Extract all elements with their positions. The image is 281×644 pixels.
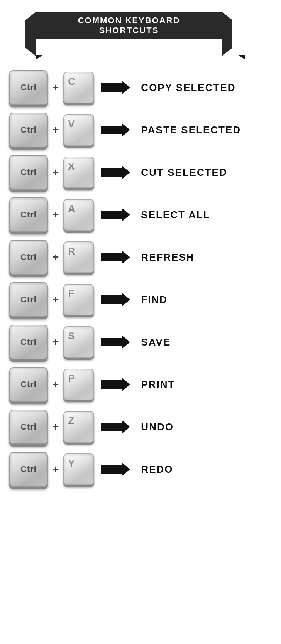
arrow-undo [101, 423, 122, 431]
arrow-copy [101, 83, 122, 92]
plus-sign-paste: + [52, 124, 59, 136]
arrow-wrap-refresh [101, 253, 122, 261]
key-letter-save: S [63, 326, 94, 358]
arrow-wrap-save [101, 338, 122, 346]
key-ctrl-print: Ctrl [9, 367, 48, 402]
arrow-print [101, 380, 122, 389]
shortcut-row-select-all: Ctrl + A SELECT ALL [9, 197, 272, 232]
arrow-wrap-cut [101, 168, 122, 177]
arrow-wrap-print [101, 380, 122, 389]
shortcut-row-find: Ctrl + F FIND [9, 282, 272, 317]
plus-sign-save: + [52, 336, 59, 348]
shortcut-label-find: FIND [141, 294, 168, 306]
plus-sign-redo: + [52, 463, 59, 475]
shortcut-row-save: Ctrl + S SAVE [9, 325, 272, 359]
shortcut-row-redo: Ctrl + Y REDO [9, 452, 272, 487]
key-letter-paste: V [63, 114, 94, 146]
shortcuts-list: Ctrl + C COPY SELECTED Ctrl + V PASTE SE… [9, 70, 272, 494]
key-letter-find: F [63, 284, 94, 315]
shortcut-label-redo: REDO [141, 464, 173, 475]
shortcut-label-print: PRINT [141, 379, 175, 391]
arrow-wrap-undo [101, 423, 122, 431]
key-ctrl-paste: Ctrl [9, 113, 48, 147]
key-letter-print: P [63, 369, 94, 400]
shortcut-label-refresh: REFRESH [141, 251, 194, 263]
plus-sign-undo: + [52, 421, 59, 433]
shortcut-row-cut: Ctrl + X CUT SELECTED [9, 155, 272, 190]
arrow-wrap-paste [101, 126, 122, 134]
key-letter-select-all: A [63, 199, 94, 231]
shortcut-row-undo: Ctrl + Z UNDO [9, 410, 272, 444]
shortcut-row-print: Ctrl + P PRINT [9, 367, 272, 402]
shortcut-row-copy: Ctrl + C COPY SELECTED [9, 70, 272, 105]
key-ctrl-redo: Ctrl [9, 452, 48, 487]
banner-left-tail [36, 55, 43, 59]
shortcut-label-undo: UNDO [141, 421, 174, 433]
arrow-cut [101, 168, 122, 177]
arrow-select-all [101, 211, 122, 219]
shortcut-label-cut: CUT SELECTED [141, 167, 227, 179]
arrow-wrap-redo [101, 465, 122, 474]
plus-sign-refresh: + [52, 251, 59, 263]
arrow-save [101, 338, 122, 346]
key-letter-refresh: R [63, 241, 94, 273]
key-letter-cut: X [63, 157, 94, 188]
arrow-wrap-select-all [101, 211, 122, 219]
plus-sign-cut: + [52, 166, 59, 179]
arrow-wrap-find [101, 295, 122, 304]
plus-sign-copy: + [52, 81, 59, 94]
key-ctrl-copy: Ctrl [9, 70, 48, 105]
shortcut-label-save: SAVE [141, 336, 171, 348]
arrow-find [101, 295, 122, 304]
shortcut-label-paste: PASTE SELECTED [141, 124, 241, 136]
key-ctrl-save: Ctrl [9, 325, 48, 359]
arrow-redo [101, 465, 122, 474]
key-ctrl-refresh: Ctrl [9, 240, 48, 275]
plus-sign-select-all: + [52, 209, 59, 221]
banner-container: COMMON KEYBOARD SHORTCUTS [36, 12, 245, 55]
arrow-wrap-copy [101, 83, 122, 92]
plus-sign-print: + [52, 378, 59, 391]
key-ctrl-find: Ctrl [9, 282, 48, 317]
key-letter-copy: C [63, 72, 94, 103]
key-ctrl-undo: Ctrl [9, 410, 48, 444]
plus-sign-find: + [52, 293, 59, 306]
key-letter-redo: Y [63, 453, 94, 485]
arrow-refresh [101, 253, 122, 261]
shortcut-label-select-all: SELECT ALL [141, 209, 210, 221]
key-letter-undo: Z [63, 411, 94, 443]
banner-right-tail [238, 55, 245, 59]
shortcut-label-copy: COPY SELECTED [141, 82, 235, 94]
shortcut-row-paste: Ctrl + V PASTE SELECTED [9, 113, 272, 147]
arrow-paste [101, 126, 122, 134]
page-title: COMMON KEYBOARD SHORTCUTS [36, 12, 222, 39]
key-ctrl-cut: Ctrl [9, 155, 48, 190]
shortcut-row-refresh: Ctrl + R REFRESH [9, 240, 272, 275]
key-ctrl-select-all: Ctrl [9, 197, 48, 232]
